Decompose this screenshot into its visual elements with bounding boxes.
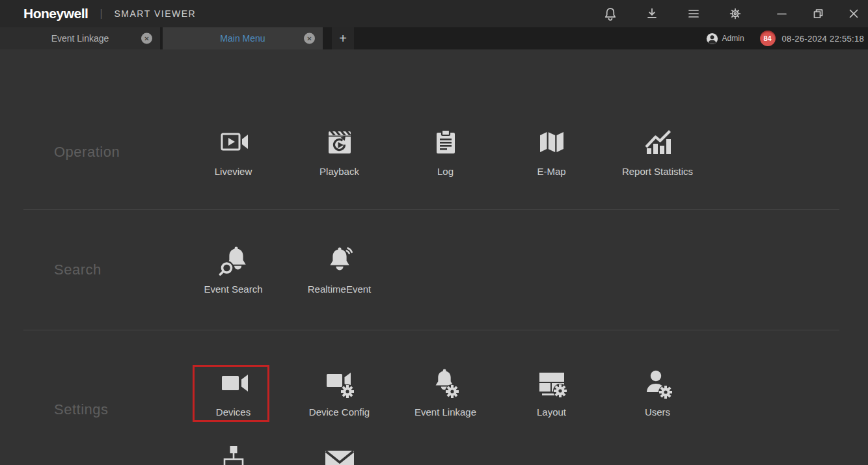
session-info: Admin 84 08-26-2024 22:55:18 bbox=[705, 27, 868, 49]
notification-bell-icon[interactable] bbox=[603, 6, 618, 21]
menu-item-report-statistics[interactable]: Report Statistics bbox=[604, 127, 711, 178]
search-items: Event Search RealtimeEvent bbox=[180, 245, 711, 295]
user-avatar-icon[interactable] bbox=[705, 32, 719, 46]
alert-count-badge[interactable]: 84 bbox=[760, 31, 776, 46]
settings-items: Devices Device Config bbox=[180, 367, 711, 465]
report-statistics-icon bbox=[642, 127, 673, 158]
tab-label: Main Menu bbox=[220, 33, 265, 44]
hamburger-menu-icon[interactable] bbox=[686, 6, 701, 21]
device-tree-icon bbox=[218, 445, 249, 465]
add-tab-button[interactable]: + bbox=[332, 27, 354, 49]
section-label-operation: Operation bbox=[23, 144, 180, 161]
log-icon bbox=[430, 127, 461, 158]
download-icon[interactable] bbox=[644, 6, 660, 21]
brand-separator: | bbox=[100, 8, 102, 20]
tab-main-menu[interactable]: Main Menu bbox=[163, 27, 323, 49]
titlebar-actions bbox=[603, 6, 868, 21]
email-icon bbox=[324, 445, 355, 465]
menu-item-users[interactable]: Users bbox=[604, 367, 711, 418]
emap-icon bbox=[536, 127, 567, 158]
menu-item-email[interactable] bbox=[286, 445, 392, 465]
device-config-icon bbox=[324, 367, 355, 399]
menu-item-device-config[interactable]: Device Config bbox=[286, 367, 392, 418]
menu-item-device-tree[interactable] bbox=[180, 445, 286, 465]
tab-event-linkage[interactable]: Event Linkage bbox=[0, 27, 160, 49]
main-menu: Operation Liveview bbox=[0, 49, 868, 465]
menu-item-layout[interactable]: Layout bbox=[498, 367, 604, 418]
devices-icon bbox=[218, 367, 249, 399]
event-linkage-icon bbox=[430, 367, 461, 399]
event-search-icon bbox=[218, 245, 249, 276]
liveview-icon bbox=[218, 127, 249, 158]
window-titlebar: Honeywell | SMART VIEWER bbox=[0, 0, 868, 27]
section-label-settings: Settings bbox=[23, 367, 180, 419]
tab-label: Event Linkage bbox=[51, 33, 109, 44]
menu-item-emap[interactable]: E-Map bbox=[498, 127, 604, 178]
operation-items: Liveview Playback bbox=[180, 127, 711, 178]
section-label-search: Search bbox=[23, 261, 180, 278]
section-operation: Operation Liveview bbox=[23, 49, 839, 210]
honeywell-logo: Honeywell bbox=[23, 6, 88, 21]
tab-bar: Event Linkage Main Menu + Admin 84 08-26… bbox=[0, 27, 868, 49]
minimize-icon[interactable] bbox=[774, 6, 790, 21]
menu-item-log[interactable]: Log bbox=[392, 127, 498, 178]
menu-item-playback[interactable]: Playback bbox=[286, 127, 392, 178]
user-name: Admin bbox=[722, 34, 744, 43]
menu-item-event-search[interactable]: Event Search bbox=[180, 245, 286, 295]
settings-gear-icon[interactable] bbox=[727, 6, 743, 21]
section-settings: Settings Devices Device Config bbox=[23, 330, 839, 465]
playback-icon bbox=[324, 127, 355, 158]
restore-icon[interactable] bbox=[810, 6, 826, 21]
layout-icon bbox=[536, 367, 567, 399]
users-icon bbox=[642, 367, 673, 399]
section-search: Search Event Search bbox=[23, 210, 839, 330]
window-controls bbox=[774, 6, 868, 21]
close-icon[interactable] bbox=[846, 6, 861, 21]
datetime-display: 08-26-2024 22:55:18 bbox=[782, 34, 864, 44]
realtime-event-icon bbox=[324, 245, 355, 276]
menu-item-liveview[interactable]: Liveview bbox=[180, 127, 286, 178]
menu-item-event-linkage[interactable]: Event Linkage bbox=[392, 367, 498, 418]
tab-close-icon[interactable] bbox=[304, 33, 315, 44]
menu-item-realtime-event[interactable]: RealtimeEvent bbox=[286, 245, 392, 295]
app-title: SMART VIEWER bbox=[115, 8, 197, 19]
tab-close-icon[interactable] bbox=[141, 33, 152, 44]
menu-item-devices[interactable]: Devices bbox=[180, 367, 286, 418]
